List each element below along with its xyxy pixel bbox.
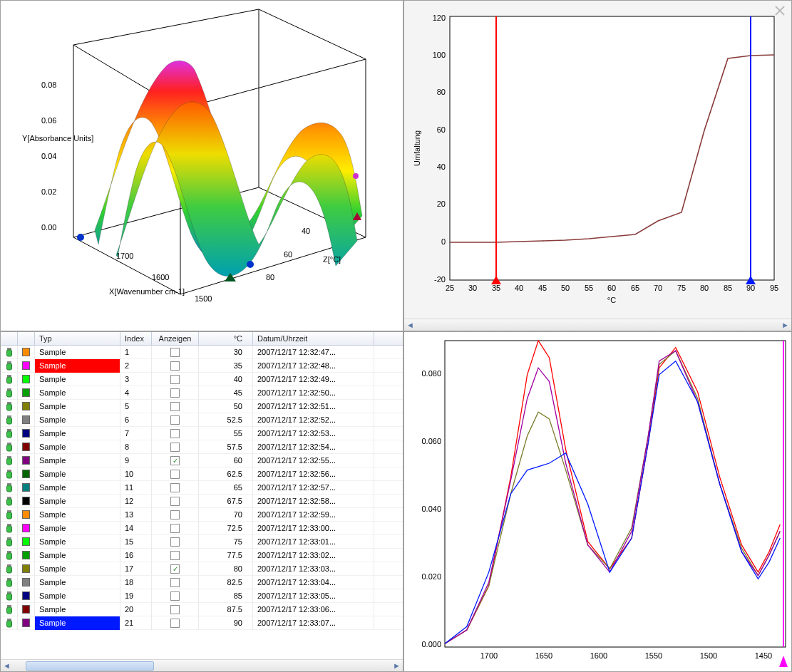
close-icon[interactable] [774,5,786,18]
table-row[interactable]: Sample1267.52007/12/17 12:32:58... [1,495,403,508]
surface-3d-plot[interactable]: 0.00 0.02 0.04 0.06 0.08 Y[Absorbance Un… [2,2,401,330]
svg-text:0.04: 0.04 [41,152,56,160]
table-row[interactable]: Sample1882.52007/12/17 12:33:04... [1,576,403,589]
cell-anzeigen[interactable] [152,522,199,535]
cell-typ: Sample [35,440,120,454]
cell-anzeigen[interactable] [152,346,199,359]
cell-anzeigen[interactable] [152,616,199,630]
table-row[interactable]: Sample19852007/12/17 12:33:05... [1,589,403,603]
table-row[interactable]: Sample1677.52007/12/17 12:33:02... [1,549,403,562]
cell-anzeigen[interactable] [152,373,199,386]
table-row[interactable]: Sample17✓802007/12/17 12:33:03... [1,562,403,576]
checkbox[interactable] [170,605,180,614]
vial-icon [1,359,18,373]
table-row[interactable]: Sample1062.52007/12/17 12:32:56... [1,467,403,481]
cell-anzeigen[interactable]: ✓ [152,562,199,576]
svg-rect-77 [6,580,11,586]
cell-date: 2007/12/17 12:33:00... [253,522,374,535]
checkbox[interactable] [170,510,180,519]
table-row[interactable]: Sample5502007/12/17 12:32:51... [1,400,403,413]
color-swatch [18,386,35,400]
cell-anzeigen[interactable] [152,603,199,616]
spectra-plot[interactable]: 0.000 0.020 0.040 0.060 0.080 1700 1650 … [406,334,791,671]
header-typ[interactable]: Typ [35,332,120,345]
checkbox[interactable] [170,470,180,479]
svg-text:1600: 1600 [590,651,607,660]
table-body[interactable]: Sample1302007/12/17 12:32:47...Sample235… [1,346,403,659]
table-row[interactable]: Sample857.52007/12/17 12:32:54... [1,440,403,454]
checkbox[interactable] [170,497,180,506]
cell-anzeigen[interactable] [152,427,199,440]
scroll-thumb[interactable] [26,661,154,671]
checkbox[interactable]: ✓ [170,564,180,574]
h-scrollbar[interactable]: ◄ ► [404,319,791,331]
table-row[interactable]: Sample2087.52007/12/17 12:33:06... [1,603,403,616]
cell-anzeigen[interactable] [152,576,199,589]
scroll-left-arrow-icon[interactable]: ◄ [1,660,13,672]
checkbox[interactable] [170,591,180,601]
magenta-cursor-handle[interactable] [779,656,788,667]
cell-anzeigen[interactable] [152,508,199,522]
table-row[interactable]: Sample4452007/12/17 12:32:50... [1,386,403,400]
table-row[interactable]: Sample11652007/12/17 12:32:57... [1,481,403,495]
cell-anzeigen[interactable] [152,481,199,495]
header-temp[interactable]: °C [199,332,253,345]
cell-anzeigen[interactable] [152,535,199,549]
color-swatch [18,346,35,359]
cell-index: 10 [120,467,152,481]
checkbox[interactable] [170,361,180,371]
scroll-right-arrow-icon[interactable]: ► [779,319,791,331]
table-row[interactable]: Sample15752007/12/17 12:33:01... [1,535,403,549]
checkbox[interactable] [170,443,180,452]
header-index[interactable]: Index [120,332,152,345]
cell-anzeigen[interactable] [152,400,199,413]
checkbox[interactable] [170,429,180,438]
checkbox[interactable] [170,388,180,398]
svg-text:55: 55 [585,284,593,292]
cell-anzeigen[interactable] [152,359,199,373]
checkbox[interactable] [170,415,180,425]
cell-anzeigen[interactable] [152,549,199,562]
svg-text:0.000: 0.000 [421,640,441,648]
svg-rect-73 [6,553,11,559]
header-anzeigen[interactable]: Anzeigen [152,332,199,345]
cell-anzeigen[interactable] [152,467,199,481]
checkbox[interactable] [170,578,180,587]
svg-point-12 [247,261,254,268]
table-row[interactable]: Sample2352007/12/17 12:32:48... [1,359,403,373]
table-row[interactable]: Sample3402007/12/17 12:32:49... [1,373,403,386]
checkbox[interactable] [170,524,180,533]
cell-anzeigen[interactable] [152,589,199,603]
table-row[interactable]: Sample21902007/12/17 12:33:07... [1,616,403,630]
checkbox[interactable] [170,348,180,357]
checkbox[interactable] [170,375,180,384]
table-row[interactable]: Sample13702007/12/17 12:32:59... [1,508,403,522]
checkbox[interactable] [170,619,180,628]
panel-unfolding-curve: -20 0 20 40 60 80 100 120 Umfaltung 25 3… [403,0,792,331]
checkbox[interactable] [170,402,180,411]
checkbox[interactable] [170,483,180,492]
svg-text:80: 80 [700,284,709,292]
cell-temp: 65 [199,481,253,495]
table-row[interactable]: Sample9✓602007/12/17 12:32:55... [1,454,403,467]
cell-anzeigen[interactable] [152,440,199,454]
checkbox[interactable] [170,551,180,560]
header-date[interactable]: Datum/Uhrzeit [253,332,374,345]
cell-anzeigen[interactable]: ✓ [152,454,199,467]
scroll-left-arrow-icon[interactable]: ◄ [404,319,416,331]
y-axis-label-3d: Y[Absorbance Units] [22,134,93,143]
cell-anzeigen[interactable] [152,386,199,400]
scroll-right-arrow-icon[interactable]: ► [391,660,403,672]
checkbox[interactable]: ✓ [170,456,180,465]
cell-anzeigen[interactable] [152,413,199,427]
cell-anzeigen[interactable] [152,495,199,508]
vial-icon [1,481,18,495]
cell-date: 2007/12/17 12:32:51... [253,400,374,413]
table-h-scrollbar[interactable]: ◄ ► [1,659,403,671]
table-row[interactable]: Sample1472.52007/12/17 12:33:00... [1,522,403,535]
table-row[interactable]: Sample652.52007/12/17 12:32:52... [1,413,403,427]
table-row[interactable]: Sample7552007/12/17 12:32:53... [1,427,403,440]
checkbox[interactable] [170,537,180,547]
unfolding-plot[interactable]: -20 0 20 40 60 80 100 120 Umfaltung 25 3… [406,2,791,314]
table-row[interactable]: Sample1302007/12/17 12:32:47... [1,346,403,359]
